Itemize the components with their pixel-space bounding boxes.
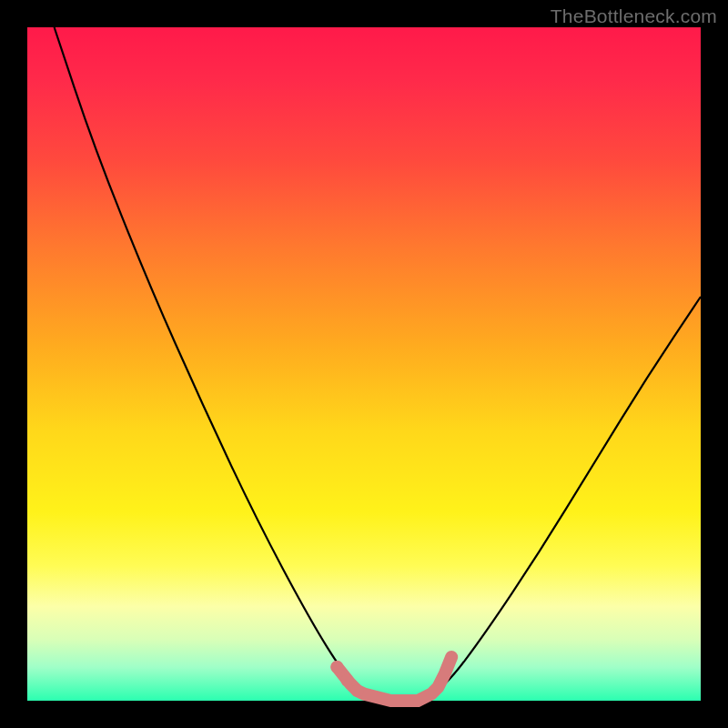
plot-area (27, 27, 701, 701)
curve-layer (27, 27, 701, 701)
highlight-marker (330, 661, 343, 673)
highlight-markers (330, 661, 363, 697)
chart-container: TheBottleneck.com (0, 0, 728, 728)
highlight-marker (341, 674, 354, 687)
bottleneck-curve (55, 27, 701, 701)
highlight-marker (351, 684, 364, 697)
watermark-text: TheBottleneck.com (551, 5, 717, 27)
